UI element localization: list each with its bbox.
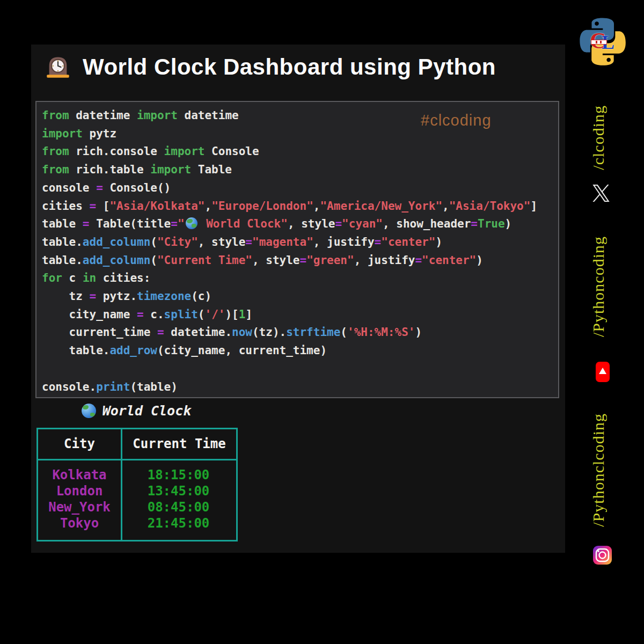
code-line: [42, 360, 558, 378]
code-line: table.add_row(city_name, current_time): [42, 342, 558, 360]
code-line: for c in cities:: [42, 269, 558, 288]
city-cell: Tokyo: [38, 515, 121, 531]
canvas: World Clock Dashboard using Python from …: [0, 0, 644, 644]
handle-instagram-pythonclcoding[interactable]: /Pythonclcoding: [589, 413, 608, 527]
output-table-title: World Clock: [31, 403, 240, 419]
output-title-text: World Clock: [103, 403, 192, 419]
city-cell: New_York: [38, 499, 121, 515]
handle-x-clcoding[interactable]: /clcoding: [589, 105, 608, 170]
code-line: table.add_column("City", style="magenta"…: [42, 233, 558, 252]
code-line: from rich.console import Console: [42, 143, 558, 161]
table-row: London13:45:00: [38, 483, 236, 499]
table-header-row: City Current Time: [38, 429, 236, 460]
table-row: Tokyo21:45:00: [38, 515, 236, 531]
mantel-clock-icon: [45, 54, 71, 80]
code-line: tz = pytz.timezone(c): [42, 288, 558, 306]
code-line: table = Table(title=" World Clock", styl…: [42, 215, 558, 233]
code-line: current_time = datetime.now(tz).strftime…: [42, 324, 558, 342]
table-row: Kolkata18:15:00: [38, 467, 236, 483]
globe-icon: [186, 217, 197, 229]
code-line: cities = ["Asia/Kolkata","Europe/London"…: [42, 197, 558, 216]
cl-monogram: C L: [590, 30, 617, 55]
city-cell: Kolkata: [38, 467, 121, 483]
handle-youtube-pythoncoding[interactable]: /Pythoncoding: [589, 236, 608, 337]
page-title: World Clock Dashboard using Python: [83, 54, 496, 80]
x-twitter-icon[interactable]: [592, 185, 610, 202]
globe-icon: [82, 404, 96, 418]
time-cell: 08:45:00: [121, 499, 236, 515]
youtube-icon[interactable]: [591, 361, 614, 383]
main-panel: World Clock Dashboard using Python from …: [31, 45, 565, 553]
time-cell: 21:45:00: [121, 515, 236, 531]
time-cell: 18:15:00: [121, 467, 236, 483]
time-cell: 13:45:00: [121, 483, 236, 499]
code-line: console = Console(): [42, 179, 558, 197]
python-code: from datetime import datetimeimport pytz…: [36, 102, 558, 396]
column-header-city: City: [38, 429, 122, 459]
code-line: city_name = c.split('/')[1]: [42, 306, 558, 324]
world-clock-table: City Current Time Kolkata18:15:00London1…: [36, 428, 238, 541]
city-cell: London: [38, 483, 121, 499]
code-line: table.add_column("Current Time", style="…: [42, 252, 558, 270]
table-body: Kolkata18:15:00London13:45:00New_York08:…: [38, 460, 236, 540]
python-clcoding-logo: C L: [575, 12, 631, 72]
watermark-hashtag: #clcoding: [421, 112, 492, 129]
code-line: console.print(table): [42, 378, 558, 397]
code-editor: from datetime import datetimeimport pytz…: [35, 101, 559, 398]
table-row: New_York08:45:00: [38, 499, 236, 515]
code-line: from rich.table import Table: [42, 161, 558, 179]
page-title-row: World Clock Dashboard using Python: [31, 45, 565, 80]
instagram-icon[interactable]: [592, 545, 612, 565]
column-header-current-time: Current Time: [122, 429, 236, 459]
